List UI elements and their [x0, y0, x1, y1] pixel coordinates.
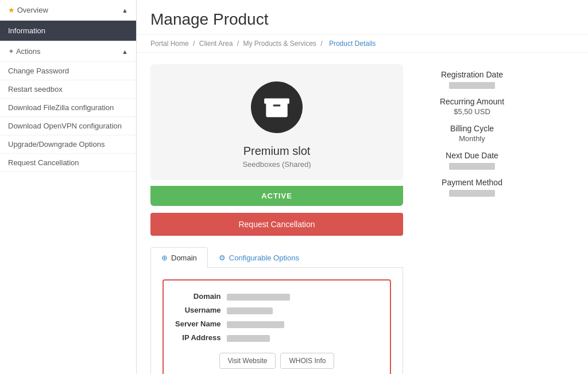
whois-info-button[interactable]: WHOIS Info	[280, 353, 334, 369]
active-badge: ACTIVE	[150, 186, 403, 206]
svg-rect-2	[273, 104, 281, 106]
breadcrumb-product-details: Product Details	[329, 40, 376, 48]
username-label: Username	[175, 303, 221, 317]
recurring-amount-row: Recurring Amount $5,50 USD	[420, 97, 524, 116]
svg-rect-1	[264, 98, 289, 103]
tab-domain[interactable]: ⊕ Domain	[150, 247, 208, 268]
next-due-date-value	[420, 161, 524, 170]
content-area: Premium slot Seedboxes (Shared) ACTIVE R…	[137, 53, 588, 374]
info-panel: Registration Date Recurring Amount $5,50…	[420, 64, 524, 374]
sidebar-link-upgrade[interactable]: Upgrade/Downgrade Options	[0, 135, 136, 154]
domain-redacted	[227, 294, 290, 301]
billing-cycle-row: Billing Cycle Monthly	[420, 124, 524, 143]
next-due-date-label: Next Due Date	[420, 151, 524, 160]
domain-value	[227, 290, 379, 303]
servername-value	[227, 317, 379, 331]
sidebar-overview-label: Overview	[17, 6, 48, 14]
payment-method-redacted	[449, 190, 495, 197]
username-redacted	[227, 307, 273, 314]
tabs-container: ⊕ Domain ⚙ Configurable Options	[150, 247, 403, 268]
breadcrumb-my-products[interactable]: My Products & Services	[243, 40, 316, 48]
billing-cycle-value: Monthly	[420, 134, 524, 143]
breadcrumb-portal-home[interactable]: Portal Home	[150, 40, 189, 48]
payment-method-value	[420, 188, 524, 197]
sidebar-overview-section[interactable]: ★ Overview ▲	[0, 0, 136, 21]
sidebar-actions-section[interactable]: ✦ Actions ▲	[0, 41, 136, 62]
servername-label: Server Name	[175, 317, 221, 331]
sidebar-link-change-password[interactable]: Change Password	[0, 62, 136, 80]
registration-date-label: Registration Date	[420, 70, 524, 79]
domain-buttons: Visit Website WHOIS Info	[175, 353, 378, 369]
servername-redacted	[227, 321, 284, 328]
sidebar-item-information[interactable]: Information	[0, 21, 136, 41]
domain-values	[227, 290, 379, 345]
sidebar-link-filezilla[interactable]: Download FileZilla configuration	[0, 99, 136, 117]
visit-website-button[interactable]: Visit Website	[219, 353, 276, 369]
ipaddress-redacted	[227, 335, 270, 342]
domain-info-box: Domain Username Server Name IP Address	[163, 279, 391, 374]
tab-configurable-options[interactable]: ⚙ Configurable Options	[208, 247, 310, 268]
product-subtitle: Seedboxes (Shared)	[162, 160, 392, 169]
registration-date-redacted	[449, 82, 495, 89]
sidebar-link-openvpn[interactable]: Download OpenVPN configuration	[0, 117, 136, 135]
product-icon-circle	[251, 81, 303, 133]
chevron-up-icon-actions: ▲	[122, 48, 128, 55]
wrench-icon: ✦	[8, 47, 14, 56]
sidebar-information-label: Information	[8, 26, 45, 35]
ipaddress-value	[227, 331, 379, 345]
product-card-section: Premium slot Seedboxes (Shared) ACTIVE R…	[150, 64, 403, 374]
sidebar-link-restart-seedbox[interactable]: Restart seedbox	[0, 80, 136, 99]
breadcrumb: Portal Home / Client Area / My Products …	[137, 35, 588, 53]
payment-method-label: Payment Method	[420, 178, 524, 187]
sidebar-actions-label: Actions	[16, 47, 41, 56]
tab-content-domain: Domain Username Server Name IP Address	[150, 268, 403, 374]
recurring-amount-label: Recurring Amount	[420, 97, 524, 106]
registration-date-value	[420, 80, 524, 89]
domain-table: Domain Username Server Name IP Address	[175, 290, 378, 345]
billing-cycle-label: Billing Cycle	[420, 124, 524, 133]
payment-method-row: Payment Method	[420, 178, 524, 197]
globe-icon: ⊕	[161, 254, 168, 262]
registration-date-row: Registration Date	[420, 70, 524, 89]
next-due-date-redacted	[449, 163, 495, 170]
chevron-up-icon: ▲	[122, 7, 128, 14]
product-card: Premium slot Seedboxes (Shared)	[150, 64, 403, 180]
recurring-amount-value: $5,50 USD	[420, 107, 524, 116]
domain-labels: Domain Username Server Name IP Address	[175, 290, 227, 345]
cog-icon: ⚙	[219, 254, 226, 262]
sidebar-link-cancel[interactable]: Request Cancellation	[0, 154, 136, 172]
star-icon: ★	[8, 6, 15, 14]
request-cancellation-button[interactable]: Request Cancellation	[150, 213, 403, 236]
ipaddress-label: IP Address	[175, 331, 221, 345]
next-due-date-row: Next Due Date	[420, 151, 524, 170]
product-name: Premium slot	[162, 145, 392, 158]
sidebar: ★ Overview ▲ Information ✦ Actions ▲ Cha…	[0, 0, 137, 374]
svg-rect-0	[266, 102, 288, 118]
main-content: Manage Product Portal Home / Client Area…	[137, 0, 588, 374]
main-header: Manage Product	[137, 0, 588, 35]
page-title: Manage Product	[150, 10, 574, 29]
domain-label: Domain	[175, 290, 221, 303]
username-value	[227, 303, 379, 317]
breadcrumb-client-area[interactable]: Client Area	[199, 40, 233, 48]
box-icon	[262, 93, 291, 122]
